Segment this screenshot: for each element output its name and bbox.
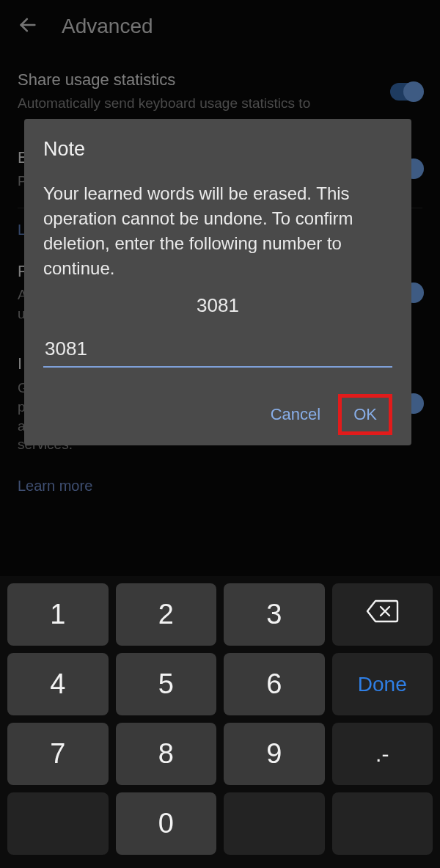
ok-highlight: OK	[338, 394, 392, 435]
key-5[interactable]: 5	[116, 653, 217, 715]
key-empty-bottom-right[interactable]	[332, 792, 433, 855]
key-2[interactable]: 2	[116, 583, 217, 646]
cancel-button[interactable]: Cancel	[260, 398, 331, 431]
dialog-actions: Cancel OK	[43, 394, 392, 435]
key-4[interactable]: 4	[7, 653, 109, 715]
confirm-dialog: Note Your learned words will be erased. …	[24, 119, 411, 445]
key-9[interactable]: 9	[224, 723, 325, 785]
confirmation-input[interactable]	[43, 335, 392, 368]
key-empty-right[interactable]	[224, 792, 325, 855]
dialog-body: Your learned words will be erased. This …	[43, 181, 392, 281]
backspace-icon	[365, 598, 399, 631]
key-6[interactable]: 6	[224, 653, 325, 715]
key-7[interactable]: 7	[7, 723, 109, 785]
key-1[interactable]: 1	[7, 583, 109, 646]
key-empty-left[interactable]	[7, 792, 109, 855]
key-dot-dash[interactable]: .-	[332, 723, 433, 785]
key-8[interactable]: 8	[116, 723, 217, 785]
key-backspace[interactable]	[332, 583, 433, 646]
dialog-title: Note	[43, 138, 392, 161]
key-done[interactable]: Done	[332, 653, 433, 715]
dialog-confirmation-number: 3081	[43, 294, 392, 317]
key-3[interactable]: 3	[224, 583, 325, 646]
ok-button[interactable]: OK	[348, 402, 383, 427]
numeric-keyboard: 1 2 3 4 5 6 Done 7 8 9 .- 0	[0, 576, 440, 868]
key-0[interactable]: 0	[116, 792, 217, 855]
